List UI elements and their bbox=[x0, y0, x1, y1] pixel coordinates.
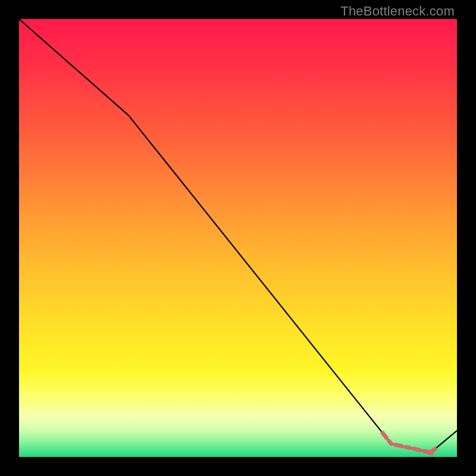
highlight-dash bbox=[383, 433, 435, 453]
bottleneck-curve bbox=[19, 19, 457, 453]
plot-area bbox=[19, 19, 457, 457]
chart-svg bbox=[19, 19, 457, 457]
stage: TheBottleneck.com bbox=[0, 0, 476, 476]
watermark-text: TheBottleneck.com bbox=[340, 4, 455, 19]
highlight-dot bbox=[428, 450, 434, 456]
